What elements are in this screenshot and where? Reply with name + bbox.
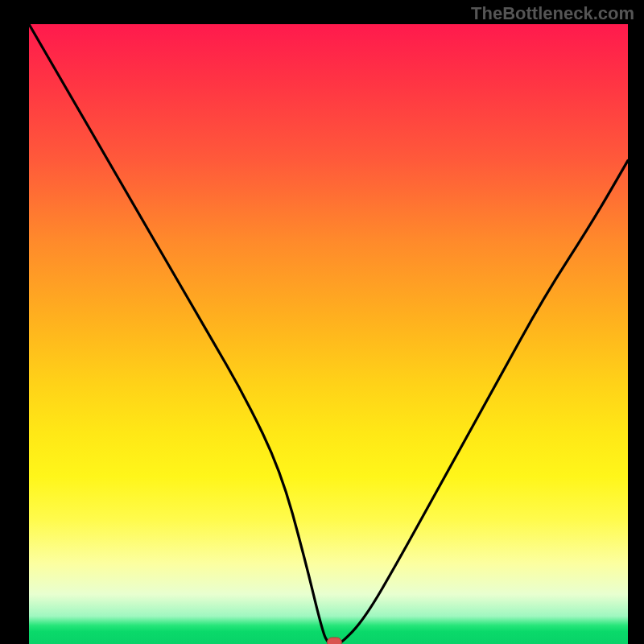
- bottleneck-curve: [29, 24, 628, 644]
- chart-frame: TheBottleneck.com: [0, 0, 644, 644]
- curve-svg: [29, 24, 628, 644]
- plot-area: [29, 24, 628, 644]
- minimum-marker: [327, 638, 341, 644]
- attribution-label: TheBottleneck.com: [471, 3, 634, 24]
